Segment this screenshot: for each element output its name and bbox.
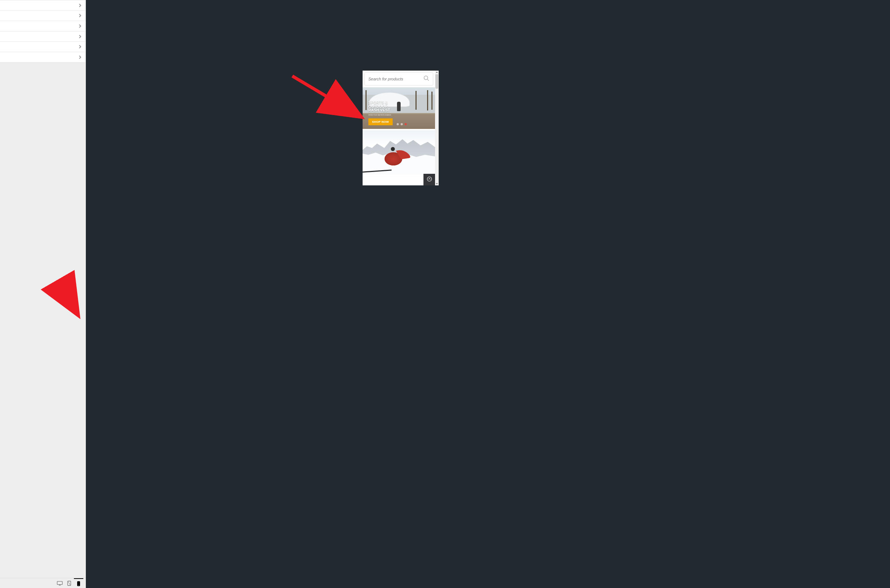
hero-subtitle: FROM YOUR FAVORITE BRANDS <box>368 114 391 116</box>
chevron-right-icon <box>78 44 82 50</box>
svg-point-4 <box>424 76 428 80</box>
svg-rect-0 <box>57 581 62 584</box>
device-desktop-button[interactable] <box>55 578 65 588</box>
sidebar-section-list <box>0 0 86 63</box>
annotation-arrow <box>289 72 372 128</box>
device-tablet-button[interactable] <box>65 578 74 588</box>
sidebar-item[interactable] <box>0 52 86 63</box>
svg-point-5 <box>427 177 431 181</box>
chevron-up-circle-icon <box>427 176 432 183</box>
scroll-up-icon[interactable] <box>435 70 439 74</box>
slider-dots <box>397 123 407 125</box>
mobile-preview-frame: SPORTS & OUTDOOR RASH VEST FROM YOUR FAV… <box>363 70 439 185</box>
customizer-sidebar <box>0 0 86 588</box>
search-bar <box>365 72 433 86</box>
slider-dot[interactable] <box>401 123 403 125</box>
slider-dot[interactable] <box>397 123 399 125</box>
device-mobile-button[interactable] <box>74 578 83 588</box>
sidebar-item[interactable] <box>0 21 86 32</box>
sidebar-item[interactable] <box>0 0 86 11</box>
back-to-top-button[interactable] <box>423 174 435 185</box>
chevron-right-icon <box>78 23 82 29</box>
svg-line-6 <box>292 76 359 116</box>
chevron-right-icon <box>78 33 82 40</box>
search-input[interactable] <box>368 77 423 81</box>
hero-title: SPORTS & OUTDOOR RASH VEST <box>368 101 390 112</box>
preview-scrollbar[interactable] <box>435 70 439 185</box>
sidebar-item[interactable] <box>0 11 86 21</box>
hero-image-person <box>397 102 401 111</box>
preview-canvas: SPORTS & OUTDOOR RASH VEST FROM YOUR FAV… <box>86 0 890 588</box>
banner-image-figure <box>384 148 405 168</box>
hero-slider: SPORTS & OUTDOOR RASH VEST FROM YOUR FAV… <box>363 87 435 129</box>
device-toolbar <box>0 578 86 588</box>
search-icon[interactable] <box>423 75 429 82</box>
chevron-right-icon <box>78 54 82 60</box>
content-banner[interactable] <box>363 130 435 174</box>
chevron-right-icon <box>78 2 82 9</box>
scroll-down-icon[interactable] <box>435 182 439 185</box>
sidebar-item[interactable] <box>0 42 86 52</box>
mobile-preview-content: SPORTS & OUTDOOR RASH VEST FROM YOUR FAV… <box>363 70 435 185</box>
shop-now-button[interactable]: SHOP NOW <box>368 118 393 125</box>
scrollbar-thumb[interactable] <box>435 74 438 89</box>
chevron-right-icon <box>78 12 82 19</box>
svg-point-3 <box>78 585 79 585</box>
sidebar-item[interactable] <box>0 32 86 42</box>
slider-dot[interactable] <box>405 123 407 125</box>
